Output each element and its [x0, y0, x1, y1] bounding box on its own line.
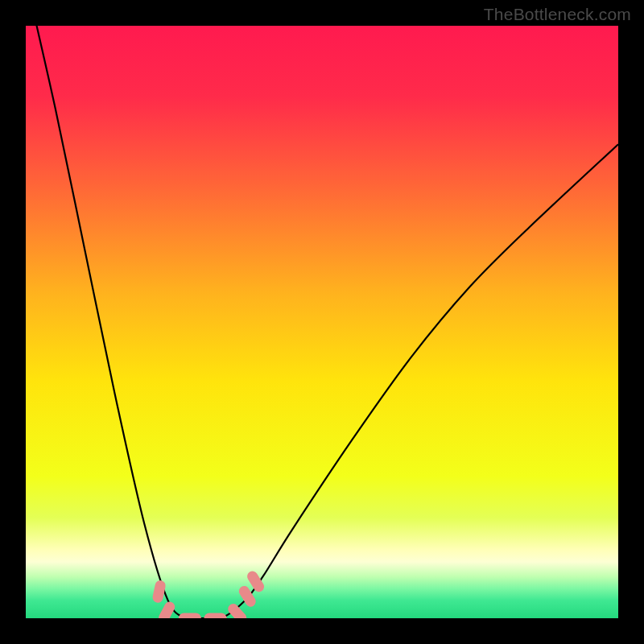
curve-layer — [26, 26, 618, 618]
valley-marker — [157, 600, 177, 618]
curve-markers — [151, 569, 266, 618]
plot-area — [26, 26, 618, 618]
chart-container: TheBottleneck.com — [0, 0, 644, 644]
valley-marker — [151, 580, 167, 604]
valley-marker — [226, 601, 249, 618]
valley-marker — [204, 613, 227, 619]
bottleneck-curve — [26, 26, 618, 618]
watermark-text: TheBottleneck.com — [484, 5, 631, 24]
valley-marker — [179, 613, 201, 619]
